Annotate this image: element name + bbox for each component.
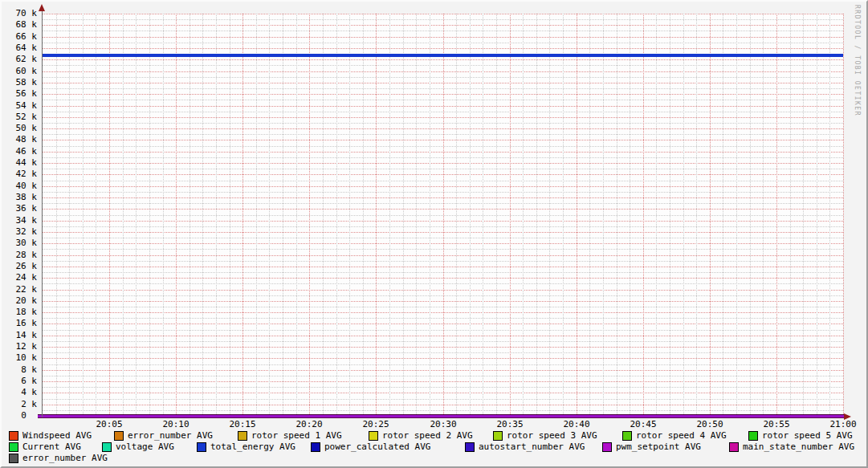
gridline-major-v (510, 14, 511, 416)
y-axis-label: 28 k (2, 250, 37, 261)
gridline-major-v (109, 14, 110, 416)
y-axis-label: 10 k (2, 352, 37, 364)
legend-swatch (493, 431, 503, 441)
gridline-minor-v (323, 14, 324, 416)
gridline-minor-v (790, 14, 791, 416)
x-axis-label: 20:05 (92, 419, 127, 429)
x-axis-label: 20:15 (225, 419, 260, 429)
legend-item: error_number AVG (9, 453, 218, 463)
y-axis-label: 58 k (2, 77, 37, 88)
legend-swatch (622, 431, 632, 441)
gridline-minor-v (202, 14, 203, 416)
gridline-minor-v (549, 14, 550, 416)
legend-swatch (238, 431, 247, 441)
gridline-minor-v (617, 14, 617, 416)
gridline-major-v (242, 14, 243, 416)
x-axis-label: 20:40 (559, 419, 594, 429)
y-axis-label: 46 k (2, 146, 37, 157)
gridline-minor-v (296, 14, 297, 416)
x-axis-label: 20:45 (626, 419, 661, 429)
legend-swatch (102, 442, 112, 452)
legend-label: rotor speed 2 AVG (382, 430, 473, 441)
gridline-minor-v (136, 14, 137, 416)
legend-swatch (465, 442, 475, 452)
gridline-minor-v (829, 14, 830, 416)
gridline-minor-v (69, 14, 70, 416)
y-axis-label: 50 k (2, 123, 37, 134)
gridline-major-v (376, 14, 377, 416)
y-axis-label: 16 k (2, 318, 37, 329)
y-axis-label: 40 k (2, 181, 37, 192)
legend-swatch (729, 442, 739, 452)
legend-label: autostart_number AVG (479, 442, 585, 452)
legend-label: rotor speed 4 AVG (636, 430, 727, 441)
gridline-minor-v (696, 14, 697, 416)
y-axis-label: 2 k (2, 399, 37, 410)
gridline-minor-v (523, 14, 524, 416)
y-axis-arrow-icon (39, 4, 45, 11)
gridline-minor-v (163, 14, 164, 416)
y-axis-label: 12 k (2, 341, 37, 352)
gridline-minor-v (536, 14, 537, 416)
y-axis-label: 34 k (2, 215, 37, 226)
total-energy-line (43, 54, 843, 57)
gridline-minor-v (230, 14, 230, 416)
y-axis-label: 24 k (2, 272, 37, 283)
gridline-minor-v (723, 14, 723, 416)
legend-swatch (114, 431, 124, 441)
zero-baseline-line (38, 414, 845, 418)
gridline-minor-v (283, 14, 283, 416)
y-axis-label: 52 k (2, 112, 37, 123)
gridline-minor-v (563, 14, 564, 416)
gridline-minor-v (363, 14, 364, 416)
x-axis-label: 20:20 (291, 419, 327, 429)
gridline-minor-v (656, 14, 657, 416)
y-axis-label: 36 k (2, 203, 37, 214)
gridline-minor-v (763, 14, 764, 416)
legend-label: rotor speed 3 AVG (507, 430, 597, 441)
gridline-minor-v (389, 14, 390, 416)
y-axis-line (42, 8, 43, 417)
legend-swatch (311, 442, 320, 452)
legend-label: voltage AVG (116, 442, 174, 452)
gridline-major-v (843, 14, 844, 416)
gridline-minor-v (750, 14, 751, 416)
gridline-minor-v (817, 14, 817, 416)
y-axis-label: 62 k (2, 54, 37, 65)
y-axis-label: 14 k (2, 330, 37, 341)
gridline-minor-v (736, 14, 737, 416)
y-axis-label: 30 k (2, 238, 37, 249)
legend-label: Windspeed AVG (22, 430, 92, 441)
gridline-major-v (176, 14, 177, 416)
gridline-minor-v (216, 14, 217, 416)
gridline-minor-v (403, 14, 404, 416)
x-axis-label: 20:25 (358, 419, 393, 429)
legend-label: rotor speed 5 AVG (762, 430, 853, 441)
gridline-major-v (643, 14, 644, 416)
legend-label: rotor speed 1 AVG (251, 430, 342, 441)
gridline-minor-v (630, 14, 630, 416)
x-axis-label: 20:30 (426, 419, 461, 429)
gridline-major-v (577, 14, 577, 416)
gridline-minor-v (349, 14, 350, 416)
legend-swatch (602, 442, 612, 452)
y-axis-label: 60 k (2, 66, 37, 77)
gridline-minor-v (56, 14, 57, 416)
y-axis-label: 6 k (2, 376, 37, 387)
legend-label: total_energy AVG (210, 442, 295, 452)
gridline-minor-v (803, 14, 804, 416)
x-axis-label: 20:35 (492, 419, 528, 429)
y-axis-label: 68 k (2, 19, 37, 31)
y-axis-label: 44 k (2, 157, 37, 169)
legend-label: error_number AVG (128, 430, 213, 441)
gridline-minor-v (683, 14, 684, 416)
x-axis-label: 20:50 (692, 419, 727, 429)
y-axis-label: 54 k (2, 100, 37, 112)
gridline-minor-v (416, 14, 417, 416)
legend-label: error_number AVG (22, 453, 108, 463)
y-axis-label: 26 k (2, 261, 37, 272)
gridline-minor-v (83, 14, 84, 416)
gridline-minor-v (589, 14, 590, 416)
y-axis-label: 0 (2, 410, 37, 421)
gridline-minor-v (456, 14, 457, 416)
